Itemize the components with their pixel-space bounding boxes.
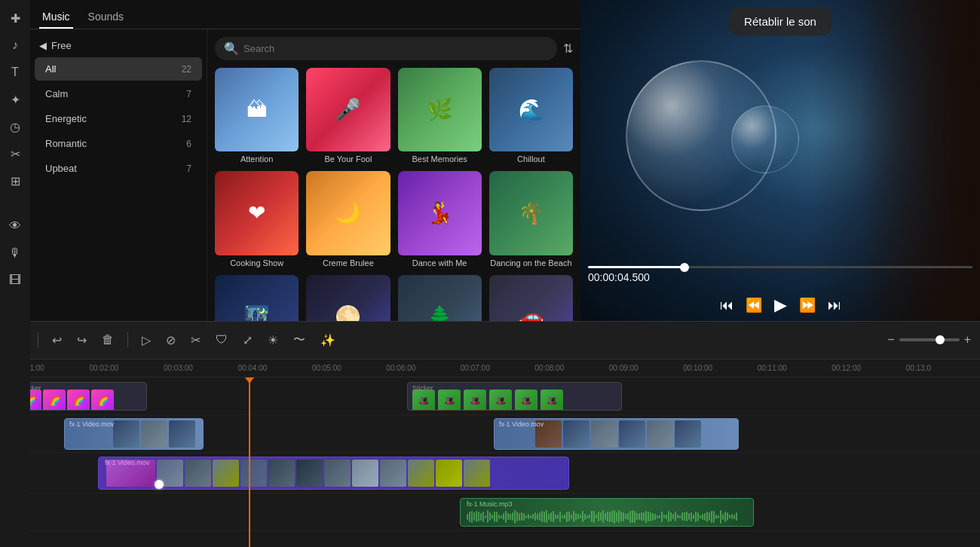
effects-tool[interactable]: ✨ bbox=[316, 330, 340, 350]
redo-button[interactable]: ↪ bbox=[72, 330, 91, 350]
waveform-bar bbox=[709, 512, 710, 521]
waveform-bar bbox=[539, 512, 541, 521]
category-count: 6 bbox=[186, 139, 191, 149]
cut-tool[interactable]: ✂ bbox=[186, 330, 205, 350]
select-tool[interactable]: ▷ bbox=[137, 330, 155, 350]
step-back-button[interactable]: ⏪ bbox=[746, 297, 762, 313]
category-item-calm[interactable]: Calm7 bbox=[35, 82, 202, 105]
waveform-bar bbox=[641, 512, 642, 521]
music-card-card11[interactable]: 🌲 bbox=[398, 275, 482, 322]
sticker-item-green: 🎩 bbox=[515, 390, 537, 411]
waveform-bar bbox=[564, 515, 565, 519]
music-card-dancingbeach[interactable]: 🌴 Dancing on the Beach bbox=[489, 171, 573, 267]
waveform-bar bbox=[584, 514, 586, 520]
sidebar-icon-mic[interactable]: 🎙 bbox=[3, 241, 27, 265]
track-row-video1: 👁 fx·1 Video.mov fx·1 Video.mov bbox=[0, 415, 980, 453]
music-card-card12[interactable]: 🚗 bbox=[489, 275, 573, 322]
skip-start-button[interactable]: ⏮ bbox=[720, 298, 733, 313]
music-card-dancewithme[interactable]: 💃 Dance with Me bbox=[398, 171, 482, 267]
waveform-bar bbox=[580, 515, 581, 518]
filter-button[interactable]: ⇅ bbox=[563, 41, 573, 56]
vid-thumb bbox=[141, 420, 167, 448]
clip-label-1: fx·1 Video.mov bbox=[69, 420, 114, 428]
waveform-bar bbox=[476, 511, 477, 522]
sidebar-icon-film[interactable]: 🎞 bbox=[3, 268, 27, 292]
transform-tool[interactable]: ⤢ bbox=[238, 330, 257, 350]
undo-button[interactable]: ↩ bbox=[47, 330, 66, 350]
music-card-card9[interactable]: 🌃 bbox=[215, 275, 299, 322]
search-input-wrap[interactable]: 🔍 bbox=[215, 37, 557, 60]
sidebar: ✚ ♪ T ✦ ◷ ✂ ⊞ 👁 🎙 🎞 bbox=[0, 0, 30, 547]
music-card-cookingshow[interactable]: ❤ Cooking Show bbox=[215, 171, 299, 267]
waveform-bar bbox=[589, 515, 590, 518]
panel-tabs: Music Sounds bbox=[30, 0, 580, 29]
waveform-bar bbox=[609, 512, 611, 522]
main-clip-label: fx·1 Video.mov bbox=[105, 459, 149, 466]
category-item-energetic[interactable]: Energetic12 bbox=[35, 107, 202, 130]
brightness-tool[interactable]: ☀ bbox=[263, 330, 283, 350]
zoom-slider[interactable] bbox=[899, 338, 960, 341]
progress-track[interactable] bbox=[588, 266, 972, 268]
vid-thumb bbox=[591, 420, 617, 448]
vid-thumb bbox=[324, 460, 351, 487]
waveform-bar bbox=[695, 512, 697, 522]
skip-end-button[interactable]: ⏭ bbox=[828, 298, 841, 313]
category-item-romantic[interactable]: Romantic6 bbox=[35, 132, 202, 155]
step-forward-button[interactable]: ⏩ bbox=[799, 297, 816, 313]
sidebar-icon-grid[interactable]: ⊞ bbox=[3, 169, 27, 193]
waveform-bar bbox=[702, 514, 703, 520]
waveform-bar bbox=[627, 513, 629, 520]
sidebar-icon-add[interactable]: ✚ bbox=[3, 6, 27, 30]
waveform-bar bbox=[503, 513, 504, 520]
zoom-out-button[interactable]: − bbox=[887, 333, 894, 347]
waveform-bar bbox=[670, 512, 672, 521]
sticker-clip-1[interactable]: Sticker 🌈 🌈 🌈 🌈 bbox=[15, 382, 147, 411]
sticker-item-green: 🎩 bbox=[464, 390, 486, 411]
vid-thumb bbox=[113, 420, 139, 448]
music-card-chillout[interactable]: 🌊 Chillout bbox=[489, 68, 573, 163]
progress-thumb[interactable] bbox=[680, 263, 689, 272]
waveform-bar bbox=[672, 514, 674, 519]
sidebar-icon-effects[interactable]: ✦ bbox=[3, 87, 27, 112]
music-card-attention[interactable]: 🏔 Attention bbox=[215, 68, 299, 163]
thumb-icon: 🌿 bbox=[398, 68, 482, 151]
play-button[interactable]: ▶ bbox=[774, 295, 787, 315]
thumb-icon: 🏔 bbox=[215, 68, 299, 151]
search-icon: 🔍 bbox=[224, 41, 239, 56]
tooltip-text: Rétablir le son bbox=[744, 15, 816, 28]
category-item-all[interactable]: All22 bbox=[35, 57, 202, 81]
sticker-clip-2[interactable]: Sticker 🎩 🎩 🎩 🎩 🎩 🎩 bbox=[407, 382, 622, 411]
thumb-icon: 🌕 bbox=[306, 275, 390, 322]
delete-button[interactable]: 🗑 bbox=[97, 330, 118, 350]
music-card-card10[interactable]: 🌕 bbox=[306, 275, 390, 322]
category-item-upbeat[interactable]: Upbeat7 bbox=[35, 157, 202, 180]
music-track[interactable]: fx·1 Music.mp3 bbox=[460, 498, 754, 527]
search-input[interactable] bbox=[243, 43, 548, 54]
sidebar-icon-text[interactable]: T bbox=[3, 60, 27, 84]
waveform-bar bbox=[625, 514, 626, 519]
audio-tool[interactable]: 〜 bbox=[289, 329, 310, 351]
sidebar-icon-cut[interactable]: ✂ bbox=[3, 142, 27, 166]
waveform-bar bbox=[505, 511, 507, 523]
music-card-bestmemories[interactable]: 🌿 Best Memories bbox=[398, 68, 482, 163]
zoom-thumb bbox=[936, 335, 945, 344]
main-video-track[interactable]: fx·1 Video.mov bbox=[98, 457, 569, 490]
waveform-bar bbox=[639, 513, 640, 520]
disable-tool[interactable]: ⊘ bbox=[161, 330, 180, 350]
tab-music[interactable]: Music bbox=[39, 6, 73, 29]
chevron-left-icon: ◀ bbox=[39, 40, 47, 51]
music-card-cremebrulee[interactable]: 🌙 Creme Brulee bbox=[306, 171, 390, 267]
waveform-bar bbox=[679, 515, 681, 518]
sidebar-icon-music[interactable]: ♪ bbox=[3, 33, 27, 57]
waveform-bar bbox=[688, 513, 690, 520]
shield-tool[interactable]: 🛡 bbox=[211, 330, 232, 350]
tab-sounds[interactable]: Sounds bbox=[85, 6, 127, 29]
music-card-beyourfool[interactable]: 🎤 Be Your Fool bbox=[306, 68, 390, 163]
sticker-item: 🌈 bbox=[67, 390, 90, 411]
zoom-in-button[interactable]: + bbox=[964, 333, 971, 347]
sidebar-icon-clock[interactable]: ◷ bbox=[3, 115, 27, 139]
back-button[interactable]: ◀ Free bbox=[30, 35, 207, 56]
video-clip-1[interactable]: fx·1 Video.mov bbox=[64, 418, 204, 450]
video-clip-2[interactable]: fx·1 Video.mov bbox=[494, 418, 739, 450]
sidebar-icon-eye[interactable]: 👁 bbox=[3, 214, 27, 238]
